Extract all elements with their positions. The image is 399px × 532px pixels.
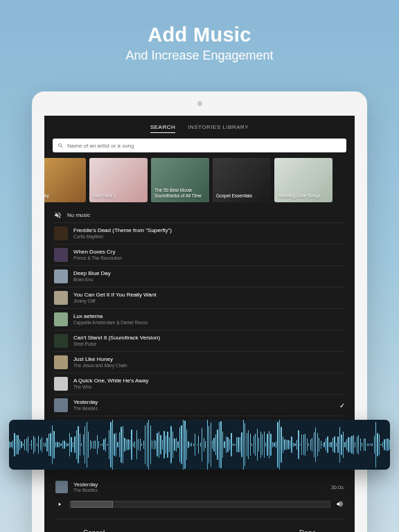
playlist-card[interactable]: p Replay: [44, 158, 86, 202]
track-row[interactable]: You Can Get It If You Really WantJimmy C…: [54, 287, 345, 308]
track-row[interactable]: Lux aeternaCappella Amsterdam & Daniel R…: [54, 308, 345, 330]
track-row[interactable]: Freddie's Dead (Theme from "Superfly")Cu…: [54, 222, 345, 244]
track-artist: The Jesus and Mary Chain: [73, 363, 345, 369]
track-info: Can't Stand It (Soundtrack Version)Steel…: [73, 335, 345, 346]
track-info: Deep Blue DayBrian Eno: [73, 270, 345, 282]
waveform-overlay[interactable]: [9, 420, 390, 470]
tab-library[interactable]: INSTORIES LIBRARY: [188, 124, 249, 133]
search-row: [44, 139, 355, 152]
track-artist: Cappella Amsterdam & Daniel Reuss: [73, 320, 345, 326]
playlists-row[interactable]: p ReplaySad Face :(The 50 Best Movie Sou…: [44, 152, 355, 208]
track-title: You Can Get It If You Really Want: [73, 292, 345, 299]
done-button[interactable]: Done: [299, 529, 316, 532]
track-thumb: [54, 248, 68, 262]
tracks-list: Freddie's Dead (Theme from "Superfly")Cu…: [44, 222, 355, 437]
player-duration: 30.0s: [331, 484, 344, 490]
track-artist: Brian Eno: [73, 277, 345, 283]
progress-bar[interactable]: [69, 501, 330, 508]
track-row[interactable]: Can't Stand It (Soundtrack Version)Steel…: [54, 330, 345, 351]
playlist-label: Wedding Love Songs: [278, 193, 321, 199]
track-thumb: [54, 291, 68, 305]
tablet-camera: [197, 101, 202, 106]
track-row[interactable]: When Doves CryPrince & The Revolution: [54, 244, 345, 265]
search-box[interactable]: [53, 139, 346, 152]
track-artist: The Beatles: [73, 406, 334, 411]
track-row[interactable]: Deep Blue DayBrian Eno: [54, 265, 345, 287]
track-artist: Jimmy Cliff: [73, 299, 345, 304]
check-icon: ✓: [339, 402, 345, 409]
track-title: Just Like Honey: [73, 356, 345, 363]
track-title: Can't Stand It (Soundtrack Version): [73, 335, 345, 342]
track-info: Freddie's Dead (Theme from "Superfly")Cu…: [73, 227, 345, 239]
hero-header: Add Music And Increase Engagement: [0, 0, 399, 63]
play-button[interactable]: [55, 500, 64, 508]
volume-icon: [336, 500, 344, 508]
tabs-row: SEARCH INSTORIES LIBRARY: [44, 116, 355, 139]
tab-search[interactable]: SEARCH: [150, 124, 175, 133]
track-thumb: [54, 398, 68, 412]
playlist-card[interactable]: Wedding Love Songs: [274, 158, 332, 202]
search-icon: [57, 143, 64, 149]
track-info: Just Like HoneyThe Jesus and Mary Chain: [73, 356, 345, 368]
track-info: Lux aeternaCappella Amsterdam & Daniel R…: [73, 313, 345, 325]
play-icon: [57, 502, 62, 507]
progress-handle[interactable]: [71, 501, 113, 508]
playlist-card[interactable]: The 50 Best Movie Soundtracks of All Tim…: [151, 158, 209, 202]
playlist-card[interactable]: Gospel Essentials: [213, 158, 271, 202]
player-thumb: [55, 481, 68, 493]
track-title: A Quick One, While He's Away: [73, 378, 345, 384]
track-artist: Curtis Mayfield: [73, 234, 345, 240]
track-artist: The Who: [73, 384, 345, 390]
track-thumb: [54, 377, 68, 391]
mute-icon: [54, 211, 62, 219]
track-title: Lux aeterna: [73, 313, 345, 320]
playlist-card[interactable]: Sad Face :(: [89, 158, 148, 202]
track-row[interactable]: Just Like HoneyThe Jesus and Mary Chain: [54, 351, 345, 373]
playlist-label: p Replay: [44, 193, 49, 199]
playlist-label: Gospel Essentials: [216, 193, 252, 199]
no-music-row[interactable]: No music: [44, 208, 355, 222]
action-bar: Cancel Done: [55, 519, 344, 532]
track-title: Freddie's Dead (Theme from "Superfly"): [73, 227, 345, 234]
track-row[interactable]: YesterdayThe Beatles✓: [54, 394, 345, 416]
track-title: Yesterday: [73, 399, 334, 406]
playlist-bg: [44, 158, 86, 202]
track-artist: Prince & The Revolution: [73, 256, 345, 261]
track-artist: Steel Pulse: [73, 342, 345, 347]
track-thumb: [54, 355, 68, 369]
waveform: [9, 420, 390, 470]
no-music-label: No music: [67, 212, 90, 218]
track-title: When Doves Cry: [73, 249, 345, 256]
track-thumb: [54, 269, 68, 283]
track-thumb: [54, 334, 68, 348]
cancel-button[interactable]: Cancel: [83, 529, 105, 532]
track-thumb: [54, 312, 68, 326]
track-row[interactable]: A Quick One, While He's AwayThe Who: [54, 373, 345, 394]
playlist-label: Sad Face :(: [93, 193, 116, 199]
player-panel: Yesterday The Beatles 30.0s Cancel Done: [44, 474, 355, 532]
hero-subtitle: And Increase Engagement: [0, 48, 399, 63]
track-thumb: [54, 227, 68, 240]
track-info: You Can Get It If You Really WantJimmy C…: [73, 292, 345, 303]
hero-title: Add Music: [0, 24, 399, 46]
playlist-label: The 50 Best Movie Soundtracks of All Tim…: [154, 188, 206, 199]
track-info: A Quick One, While He's AwayThe Who: [73, 378, 345, 389]
track-title: Deep Blue Day: [73, 270, 345, 277]
search-input[interactable]: [67, 143, 342, 149]
track-info: YesterdayThe Beatles: [73, 399, 334, 411]
volume-button[interactable]: [336, 498, 344, 511]
player-title: Yesterday: [73, 481, 326, 488]
track-info: When Doves CryPrince & The Revolution: [73, 249, 345, 260]
player-artist: The Beatles: [73, 488, 326, 493]
